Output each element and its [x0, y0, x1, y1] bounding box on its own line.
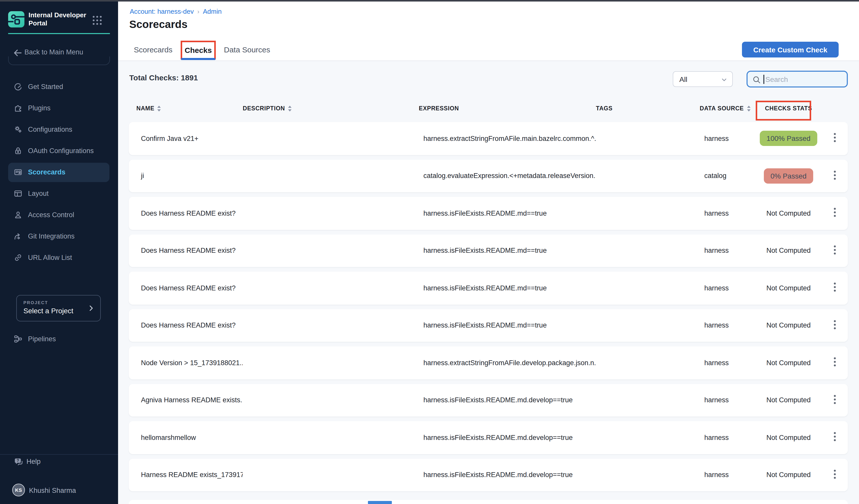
- column-header-name[interactable]: NAME: [136, 105, 243, 112]
- sidebar-item-git-integrations[interactable]: Git Integrations: [0, 226, 118, 247]
- pipelines-label: Pipelines: [28, 335, 56, 343]
- row-menu-button[interactable]: [830, 168, 839, 184]
- check-expression: harness.extractStringFromAFile.main.baze…: [419, 135, 596, 142]
- table-row[interactable]: Harness README exists_173917...harness.i…: [129, 458, 848, 491]
- sidebar-item-url-allow-list[interactable]: URL Allow List: [0, 247, 118, 269]
- check-name: Does Harness README exist?: [136, 322, 243, 329]
- column-header-checks-stats: CHECKS STATS: [758, 105, 819, 111]
- check-name: Harness README exists_173917...: [136, 471, 243, 479]
- breadcrumb-account-link[interactable]: Account: harness-dev: [130, 7, 194, 15]
- row-menu-button[interactable]: [830, 206, 839, 221]
- row-menu-button[interactable]: [830, 430, 839, 445]
- table-header: NAMEDESCRIPTIONEXPRESSIONTAGSDATA SOURCE…: [129, 100, 848, 117]
- sidebar-item-scorecards[interactable]: Scorecards: [0, 162, 118, 183]
- project-value: Select a Project: [24, 307, 73, 315]
- table-row[interactable]: Agniva Harness README exists...harness.i…: [129, 384, 848, 416]
- row-menu-button[interactable]: [830, 393, 839, 408]
- kebab-menu-icon: [833, 357, 836, 367]
- check-name: Does Harness README exist?: [136, 247, 243, 255]
- gears-icon: [13, 125, 23, 136]
- table-row[interactable]: hellomarshmellowharness.isFileExists.REA…: [129, 421, 848, 454]
- app-switcher-icon[interactable]: [92, 15, 103, 28]
- check-data-source: harness: [700, 247, 758, 255]
- tab-scorecards[interactable]: Scorecards: [134, 45, 172, 54]
- column-label: DATA SOURCE: [700, 105, 744, 111]
- sidebar-item-label: Layout: [28, 190, 49, 197]
- table-row[interactable]: Does Harness README exist?harness.isFile…: [129, 197, 848, 230]
- tab-checks[interactable]: Checks: [181, 41, 216, 60]
- gauge-icon: [13, 82, 23, 94]
- checks-stats-cell: 100% Passed: [758, 131, 819, 146]
- sidebar-item-label: OAuth Configurations: [28, 147, 94, 155]
- row-menu-button[interactable]: [830, 280, 839, 296]
- status-badge: 100% Passed: [760, 131, 817, 146]
- row-menu-cell: [819, 280, 848, 296]
- check-data-source: harness: [700, 359, 758, 367]
- sidebar-item-pipelines[interactable]: Pipelines: [0, 330, 118, 349]
- stats-text: Not Computed: [766, 284, 811, 292]
- table-row[interactable]: Node Version > 15_1739188021...harness.e…: [129, 346, 848, 379]
- column-label: EXPRESSION: [419, 105, 459, 111]
- row-menu-cell: [819, 131, 848, 146]
- sidebar-divider: [8, 57, 110, 65]
- sort-icon: [157, 105, 162, 112]
- search-input[interactable]: Search: [747, 71, 848, 88]
- help-button[interactable]: ? Help: [0, 456, 118, 469]
- horizontal-scrollbar-thumb[interactable]: [368, 501, 392, 504]
- row-menu-button[interactable]: [830, 355, 839, 370]
- column-header-tags: TAGS: [596, 105, 700, 111]
- check-name: ji: [136, 172, 243, 180]
- column-header-description[interactable]: DESCRIPTION: [243, 105, 419, 112]
- row-menu-button[interactable]: [830, 243, 839, 258]
- sidebar-item-label: Plugins: [28, 104, 51, 112]
- filter-value: All: [679, 75, 687, 83]
- tab-data-sources[interactable]: Data Sources: [224, 45, 270, 54]
- checks-stats-cell: Not Computed: [758, 359, 819, 367]
- column-header-expression: EXPRESSION: [419, 105, 596, 111]
- sidebar-item-label: Git Integrations: [28, 232, 75, 240]
- row-menu-cell: [819, 468, 848, 483]
- total-checks-label: Total Checks: 1891: [129, 73, 198, 82]
- help-label: Help: [27, 458, 41, 465]
- check-data-source: harness: [700, 284, 758, 292]
- row-menu-cell: [819, 206, 848, 221]
- app-title: Internal Developer Portal: [29, 11, 92, 28]
- check-name: Does Harness README exist?: [136, 284, 243, 292]
- check-data-source: harness: [700, 434, 758, 441]
- filter-dropdown[interactable]: All: [673, 71, 733, 87]
- kebab-menu-icon: [833, 470, 836, 479]
- sidebar-item-plugins[interactable]: Plugins: [0, 98, 118, 119]
- create-custom-check-button[interactable]: Create Custom Check: [742, 42, 839, 58]
- sidebar-item-get-started[interactable]: Get Started: [0, 76, 118, 98]
- check-data-source: harness: [700, 471, 758, 479]
- sidebar-item-access-control[interactable]: Access Control: [0, 204, 118, 226]
- breadcrumb-admin-link[interactable]: Admin: [203, 7, 222, 15]
- project-selector[interactable]: PROJECT Select a Project: [16, 295, 101, 321]
- user-menu[interactable]: KS Khushi Sharma: [0, 483, 118, 498]
- row-menu-button[interactable]: [830, 131, 839, 146]
- checks-content: Total Checks: 1891 All Search NAMEDESCRI…: [118, 61, 859, 504]
- sort-icon: [746, 105, 751, 112]
- check-name: Confirm Java v21+: [136, 135, 243, 142]
- link-icon: [13, 253, 23, 264]
- row-menu-button[interactable]: [830, 468, 839, 483]
- scorecard-icon: [13, 167, 23, 179]
- table-row[interactable]: Does Harness README exist?harness.isFile…: [129, 272, 848, 304]
- sidebar: Internal Developer Portal Back to Main M…: [0, 1, 118, 504]
- sidebar-item-oauth-configurations[interactable]: OAuth Configurations: [0, 140, 118, 162]
- check-data-source: catalog: [700, 172, 758, 180]
- table-row[interactable]: jicatalog.evaluateExpression.<+metadata.…: [129, 159, 848, 192]
- pipeline-icon: [13, 334, 23, 346]
- column-header-data-source[interactable]: DATA SOURCE: [700, 105, 758, 112]
- table-row[interactable]: Does Harness README exist?harness.isFile…: [129, 234, 848, 267]
- lock-icon: [13, 146, 23, 158]
- kebab-menu-icon: [833, 395, 836, 404]
- column-label: NAME: [136, 105, 154, 111]
- sidebar-item-layout[interactable]: Layout: [0, 183, 118, 204]
- table-row[interactable]: Does Harness README exist?harness.isFile…: [129, 309, 848, 342]
- sidebar-item-configurations[interactable]: Configurations: [0, 119, 118, 140]
- kebab-menu-icon: [833, 432, 836, 442]
- row-menu-button[interactable]: [830, 318, 839, 333]
- breadcrumb-separator: ›: [197, 8, 199, 15]
- table-row[interactable]: Confirm Java v21+harness.extractStringFr…: [129, 122, 848, 155]
